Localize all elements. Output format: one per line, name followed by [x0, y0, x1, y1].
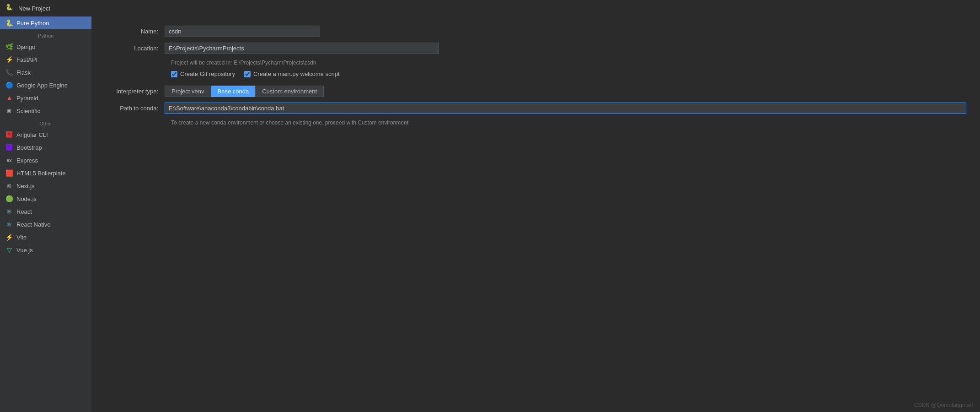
interpreter-type-label: Interpreter type: [105, 88, 165, 95]
html5-icon: 🟥 [5, 169, 13, 177]
sidebar-item-react-native[interactable]: ⚛ React Native [0, 218, 91, 231]
sidebar-item-scientific-label: Scientific [16, 108, 40, 114]
angular-icon: 🅰 [5, 131, 13, 138]
main-container: 🐍 Pure Python Python 🌿 Django ⚡ FastAPI … [0, 16, 980, 412]
checkboxes-row: Create Git repository Create a main.py w… [171, 70, 966, 77]
location-label: Location: [105, 45, 165, 52]
sidebar-item-nextjs[interactable]: ⊚ Next.js [0, 179, 91, 192]
nextjs-icon: ⊚ [5, 182, 13, 190]
path-to-conda-label: Path to conda: [105, 105, 165, 112]
path-to-conda-row: Path to conda: [105, 103, 966, 114]
tab-base-conda[interactable]: Base conda [211, 86, 256, 97]
django-icon: 🌿 [5, 43, 13, 50]
gae-icon: 🔵 [5, 81, 13, 89]
tab-project-venv[interactable]: Project venv [165, 86, 211, 97]
bootstrap-icon: 🅱 [5, 144, 13, 151]
sidebar-item-html5-boilerplate[interactable]: 🟥 HTML5 Boilerplate [0, 167, 91, 179]
sidebar-section-python: Python [0, 29, 91, 40]
sidebar-item-bootstrap[interactable]: 🅱 Bootstrap [0, 141, 91, 154]
name-row: Name: [105, 26, 966, 37]
project-path-note: Project will be created in: E:\Projects\… [171, 60, 966, 66]
sidebar-item-google-app-engine[interactable]: 🔵 Google App Engine [0, 79, 91, 92]
nodejs-icon: 🟢 [5, 195, 13, 202]
name-label: Name: [105, 28, 165, 35]
create-main-py-checkbox[interactable] [244, 71, 251, 77]
location-row: Location: [105, 43, 966, 54]
pure-python-icon: 🐍 [5, 19, 13, 27]
sidebar-item-vuejs-label: Vue.js [16, 247, 33, 254]
sidebar-item-react-native-label: React Native [16, 221, 50, 228]
sidebar-item-pure-python[interactable]: 🐍 Pure Python [0, 16, 91, 29]
sidebar-item-angular-label: Angular CLI [16, 131, 48, 138]
sidebar-item-nextjs-label: Next.js [16, 183, 35, 190]
sidebar-item-pyramid[interactable]: 🔺 Pyramid [0, 92, 91, 104]
title-bar-text: New Project [18, 5, 50, 12]
sidebar-item-angular-cli[interactable]: 🅰 Angular CLI [0, 128, 91, 141]
vuejs-icon: ▽ [5, 246, 13, 254]
create-git-label: Create Git repository [180, 70, 235, 77]
express-icon: ex [5, 157, 13, 164]
sidebar-item-react[interactable]: ⚛ React [0, 205, 91, 218]
tab-custom-environment[interactable]: Custom environment [255, 86, 324, 97]
react-native-icon: ⚛ [5, 221, 13, 228]
flask-icon: 📞 [5, 69, 13, 76]
sidebar-item-nodejs-label: Node.js [16, 195, 37, 202]
sidebar-item-django-label: Django [16, 43, 35, 50]
scientific-icon: ⊗ [5, 107, 13, 114]
react-icon: ⚛ [5, 208, 13, 215]
sidebar-item-scientific[interactable]: ⊗ Scientific [0, 104, 91, 117]
sidebar: 🐍 Pure Python Python 🌿 Django ⚡ FastAPI … [0, 16, 91, 412]
interpreter-tabs: Project venv Base conda Custom environme… [165, 86, 324, 97]
location-input[interactable] [165, 43, 439, 54]
sidebar-item-gae-label: Google App Engine [16, 82, 68, 89]
sidebar-item-vuejs[interactable]: ▽ Vue.js [0, 244, 91, 256]
app-icon: 🐍 [5, 4, 15, 13]
create-git-checkbox[interactable] [171, 71, 177, 77]
sidebar-item-express-label: Express [16, 157, 38, 164]
sidebar-item-vite[interactable]: ⚡ Vite [0, 231, 91, 244]
sidebar-item-fastapi-label: FastAPI [16, 56, 37, 63]
sidebar-item-flask[interactable]: 📞 Flask [0, 66, 91, 79]
name-input[interactable] [165, 26, 320, 37]
interpreter-type-row: Interpreter type: Project venv Base cond… [105, 86, 966, 97]
sidebar-item-react-label: React [16, 208, 32, 215]
sidebar-item-fastapi[interactable]: ⚡ FastAPI [0, 53, 91, 66]
vite-icon: ⚡ [5, 233, 13, 241]
sidebar-item-pyramid-label: Pyramid [16, 95, 38, 102]
sidebar-section-other: Other [0, 117, 91, 128]
conda-hint: To create a new conda environment or cho… [171, 119, 966, 126]
watermark: CSDN @QomolangmaH [914, 402, 974, 408]
create-main-py-checkbox-label[interactable]: Create a main.py welcome script [244, 70, 340, 77]
sidebar-item-bootstrap-label: Bootstrap [16, 144, 42, 151]
pyramid-icon: 🔺 [5, 94, 13, 102]
fastapi-icon: ⚡ [5, 56, 13, 63]
title-bar: 🐍 New Project [0, 0, 980, 16]
create-main-py-label: Create a main.py welcome script [253, 70, 340, 77]
sidebar-item-django[interactable]: 🌿 Django [0, 40, 91, 53]
sidebar-item-pure-python-label: Pure Python [16, 20, 49, 27]
sidebar-item-vite-label: Vite [16, 234, 27, 241]
sidebar-item-nodejs[interactable]: 🟢 Node.js [0, 192, 91, 205]
sidebar-item-html5-label: HTML5 Boilerplate [16, 170, 66, 177]
create-git-checkbox-label[interactable]: Create Git repository [171, 70, 235, 77]
path-to-conda-input[interactable] [165, 103, 966, 114]
sidebar-item-express[interactable]: ex Express [0, 154, 91, 167]
sidebar-item-flask-label: Flask [16, 69, 31, 76]
content-area: Name: Location: Project will be created … [91, 16, 980, 412]
